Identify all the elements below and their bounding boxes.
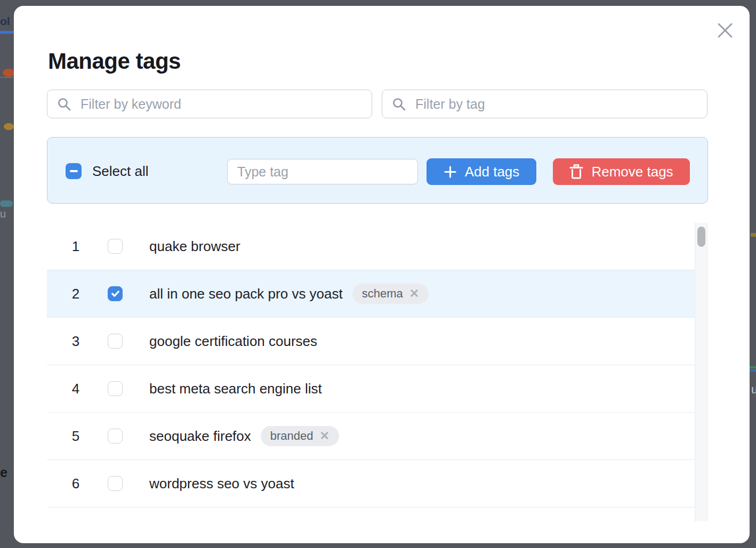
backdrop-fragment-tab-underline xyxy=(0,31,14,34)
filter-keyword-input[interactable] xyxy=(79,96,362,112)
keyword-row[interactable]: 3 google certification courses xyxy=(47,318,706,365)
backdrop-fragment-teal-shape xyxy=(0,200,13,207)
tag-pill-label: schema xyxy=(362,287,403,301)
type-tag-input[interactable] xyxy=(227,159,418,184)
row-checkbox[interactable] xyxy=(108,476,123,491)
select-all-label: Select all xyxy=(92,163,149,179)
tag-pill: branded✕ xyxy=(261,426,339,446)
backdrop-fragment-yellow-dot xyxy=(4,123,14,130)
row-keyword-label: all in one seo pack pro vs yoast xyxy=(149,286,343,302)
backdrop-fragment-text: u xyxy=(0,208,6,220)
row-checkbox[interactable] xyxy=(108,381,123,396)
row-checkbox[interactable] xyxy=(108,286,123,301)
backdrop-fragment-red-dot xyxy=(3,69,15,77)
row-keyword-label: quake browser xyxy=(149,238,240,255)
close-button[interactable] xyxy=(712,18,738,43)
bulk-actions-bar: Select all Add tags Remove tags xyxy=(47,137,708,204)
select-all-checkbox[interactable] xyxy=(66,163,82,179)
backdrop-fragment-text: ol xyxy=(0,15,10,28)
keyword-row[interactable]: 1 quake browser xyxy=(47,223,706,270)
check-icon xyxy=(111,290,120,297)
row-tags: branded✕ xyxy=(261,426,339,446)
minus-icon xyxy=(70,170,78,172)
row-number: 3 xyxy=(64,333,87,350)
close-icon xyxy=(715,20,735,41)
row-number: 2 xyxy=(64,286,87,302)
backdrop-fragment-blue-line xyxy=(750,369,756,372)
row-number: 1 xyxy=(64,238,87,255)
modal-title: Manage tags xyxy=(48,50,181,73)
backdrop-fragment-text: e xyxy=(0,465,7,480)
keyword-row[interactable]: 4 best meta search engine list xyxy=(47,365,706,413)
remove-tags-button[interactable]: Remove tags xyxy=(553,158,690,185)
keyword-row[interactable]: 6 wordpress seo vs yoast xyxy=(47,460,706,507)
remove-tags-label: Remove tags xyxy=(591,164,673,180)
row-keyword-label: best meta search engine list xyxy=(149,381,322,397)
scrollbar-thumb[interactable] xyxy=(697,227,705,247)
keyword-list: 1 quake browser 2 all in one seo pack pr… xyxy=(47,223,706,507)
row-keyword-label: wordpress seo vs yoast xyxy=(149,476,294,492)
add-tags-label: Add tags xyxy=(465,164,520,180)
filter-tag-field xyxy=(382,90,707,118)
row-checkbox[interactable] xyxy=(108,334,123,349)
add-tags-button[interactable]: Add tags xyxy=(427,158,536,185)
tag-remove-icon[interactable]: ✕ xyxy=(409,288,419,300)
row-keyword-label: seoquake firefox xyxy=(149,428,251,445)
tag-pill: schema✕ xyxy=(352,284,429,304)
row-checkbox[interactable] xyxy=(108,239,123,254)
trash-icon xyxy=(569,164,583,179)
manage-tags-modal: Manage tags Select all xyxy=(14,6,750,543)
row-checkbox[interactable] xyxy=(108,429,123,444)
filter-keyword-field xyxy=(47,90,372,118)
tag-pill-label: branded xyxy=(270,429,313,443)
backdrop-fragment-divider xyxy=(0,77,14,78)
page-backdrop: ol u e u Manage tags xyxy=(0,0,756,548)
keyword-row[interactable]: 5 seoquake firefox branded✕ xyxy=(47,413,706,460)
plus-icon xyxy=(444,165,457,179)
row-tags: schema✕ xyxy=(352,284,429,304)
tag-remove-icon[interactable]: ✕ xyxy=(320,430,329,442)
backdrop-fragment-green-line xyxy=(750,366,756,368)
filter-tag-input[interactable] xyxy=(414,96,697,112)
scrollbar-track[interactable] xyxy=(695,223,707,521)
row-number: 4 xyxy=(64,381,87,397)
row-number: 5 xyxy=(64,428,87,445)
backdrop-fragment-text: u xyxy=(751,383,756,397)
backdrop-fragment-yellow-line xyxy=(751,233,756,237)
keyword-row[interactable]: 2 all in one seo pack pro vs yoast schem… xyxy=(47,270,706,318)
search-icon xyxy=(57,97,71,111)
row-number: 6 xyxy=(64,476,87,492)
row-keyword-label: google certification courses xyxy=(149,333,317,350)
search-icon xyxy=(392,97,406,111)
